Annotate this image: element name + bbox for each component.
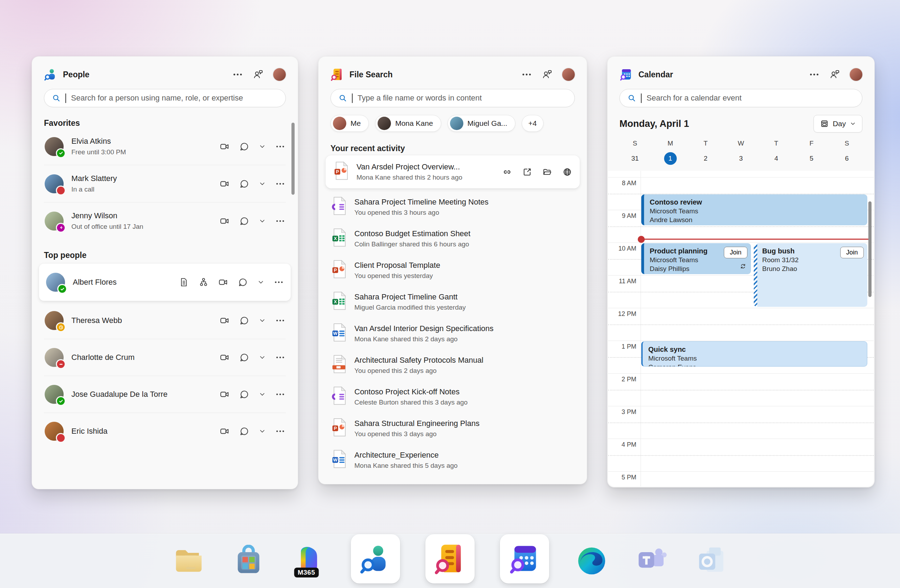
share-button[interactable] <box>523 167 532 177</box>
people-scrollbar[interactable] <box>292 123 295 195</box>
file-row[interactable]: X Contoso Budget Estimation Sheet Colin … <box>331 223 575 254</box>
more-button[interactable] <box>275 389 285 399</box>
chat-button[interactable] <box>239 426 249 436</box>
video-button[interactable] <box>220 389 230 399</box>
person-row[interactable]: Eric Ishida <box>44 413 286 450</box>
chevron-button[interactable] <box>259 428 265 434</box>
account-avatar[interactable] <box>273 68 286 81</box>
person-row[interactable]: Jose Guadalupe De la Torre <box>44 376 286 413</box>
video-button[interactable] <box>220 352 230 362</box>
person-row[interactable]: Jenny Wilson Out of office until 17 Jan <box>44 202 286 239</box>
selected-date[interactable]: 1 <box>664 152 677 165</box>
join-button[interactable]: Join <box>724 247 748 258</box>
account-avatar[interactable] <box>850 68 863 81</box>
file-row[interactable]: Sahara Project Timeline Meeting Notes Yo… <box>331 191 575 223</box>
person-row[interactable]: Elvia Atkins Free until 3:00 PM <box>44 128 286 165</box>
person-row[interactable]: Mark Slattery In a call <box>44 165 286 202</box>
feedback-icon[interactable] <box>253 69 263 80</box>
date-cell[interactable]: 2 <box>699 152 712 165</box>
more-options-icon[interactable] <box>809 69 819 80</box>
chat-button[interactable] <box>239 352 249 362</box>
more-options-icon[interactable] <box>521 69 532 80</box>
org-button[interactable] <box>199 277 208 287</box>
chat-button[interactable] <box>239 316 249 326</box>
chevron-button[interactable] <box>259 181 265 187</box>
chat-button[interactable] <box>239 179 249 189</box>
chevron-button[interactable] <box>259 143 265 150</box>
teams-taskbar-icon[interactable] <box>634 544 669 578</box>
more-options-icon[interactable] <box>233 69 243 80</box>
person-chip[interactable]: Mona Kane <box>375 115 441 132</box>
date-cell[interactable]: 3 <box>734 152 747 165</box>
video-button[interactable] <box>220 179 230 189</box>
calendar-event[interactable]: Contoso review Microsoft Teams Andre Law… <box>641 194 867 225</box>
chat-button[interactable] <box>238 277 248 287</box>
file-explorer-taskbar-icon[interactable] <box>172 544 206 578</box>
file-button[interactable] <box>179 277 189 287</box>
file-row[interactable]: P Van Arsdel Project Overview... Mona Ka… <box>326 155 580 188</box>
calendar-event[interactable]: Product planning Microsoft Teams Daisy P… <box>641 243 751 274</box>
file-row[interactable]: P Client Proposal Template You opened th… <box>331 254 575 286</box>
account-avatar[interactable] <box>562 68 575 81</box>
more-button[interactable] <box>275 179 285 189</box>
calendar-scrollbar[interactable] <box>868 202 872 297</box>
more-people-chip[interactable]: +4 <box>522 115 543 132</box>
date-cell[interactable]: 4 <box>770 152 782 165</box>
file-subtitle: You opened this 3 hours ago <box>354 209 489 217</box>
outlook-taskbar-icon[interactable] <box>694 544 728 578</box>
chevron-button[interactable] <box>258 279 264 285</box>
file-search-input[interactable] <box>357 93 567 102</box>
feedback-icon[interactable] <box>542 69 552 80</box>
more-button[interactable] <box>275 426 285 436</box>
file-row[interactable]: X Sahara Project Timeline Gantt Miguel G… <box>331 286 575 318</box>
file-row[interactable]: Architectural Safety Protocols Manual Yo… <box>331 349 575 381</box>
hour-label: 8 AM <box>608 180 636 187</box>
join-button[interactable]: Join <box>840 247 864 258</box>
more-button[interactable] <box>274 277 284 287</box>
people-app-taskbar-icon[interactable] <box>351 534 400 583</box>
feedback-icon[interactable] <box>829 69 840 80</box>
person-chip[interactable]: Me <box>331 115 369 132</box>
date-cell[interactable]: 5 <box>805 152 818 165</box>
video-button[interactable] <box>220 426 230 436</box>
file-row[interactable]: W Van Arsdel Interior Design Specificati… <box>331 318 575 349</box>
link-button[interactable] <box>503 167 512 177</box>
more-button[interactable] <box>275 142 285 152</box>
date-cell[interactable]: 31 <box>628 152 641 165</box>
file-row[interactable]: Contoso Project Kick-off Notes Celeste B… <box>331 381 575 413</box>
folder-button[interactable] <box>543 167 552 177</box>
calendar-search-input[interactable] <box>647 93 854 102</box>
video-button[interactable] <box>220 142 230 152</box>
video-button[interactable] <box>220 316 230 326</box>
file-search-app-taskbar-icon[interactable] <box>425 534 475 583</box>
chat-button[interactable] <box>239 216 249 226</box>
chat-button[interactable] <box>239 389 249 399</box>
person-chip[interactable]: Miguel Ga... <box>447 115 515 132</box>
m365-copilot-taskbar-icon[interactable]: M365 <box>291 544 326 578</box>
person-row[interactable]: Albert Flores <box>39 264 291 301</box>
chevron-button[interactable] <box>259 317 265 324</box>
calendar-app-taskbar-icon[interactable] <box>500 534 549 583</box>
file-row[interactable]: W Architecture_Experience Mona Kane shar… <box>331 444 575 476</box>
microsoft-store-taskbar-icon[interactable] <box>231 544 266 578</box>
video-button[interactable] <box>220 216 230 226</box>
person-row[interactable]: Charlotte de Crum <box>44 339 286 376</box>
more-button[interactable] <box>275 352 285 362</box>
file-row[interactable]: P Sahara Structural Engineering Plans Yo… <box>331 413 575 444</box>
more-button[interactable] <box>275 216 285 226</box>
edge-taskbar-icon[interactable] <box>574 544 609 578</box>
date-cell[interactable]: 6 <box>841 152 853 165</box>
chevron-button[interactable] <box>259 354 265 361</box>
people-search-input[interactable] <box>71 93 278 102</box>
calendar-event[interactable]: Quick sync Microsoft Teams Cameron Evans <box>641 341 867 366</box>
chevron-button[interactable] <box>259 391 265 397</box>
day-view-button[interactable]: Day <box>813 115 863 132</box>
globe-button[interactable] <box>563 167 572 177</box>
video-button[interactable] <box>218 277 228 287</box>
chat-button[interactable] <box>239 142 249 152</box>
chevron-button[interactable] <box>259 218 265 224</box>
more-button[interactable] <box>275 316 285 326</box>
text-caret <box>352 93 352 103</box>
person-row[interactable]: Theresa Webb <box>44 302 286 339</box>
calendar-event[interactable]: Bug bush Room 31/32 Bruno Zhao Join <box>754 243 867 307</box>
